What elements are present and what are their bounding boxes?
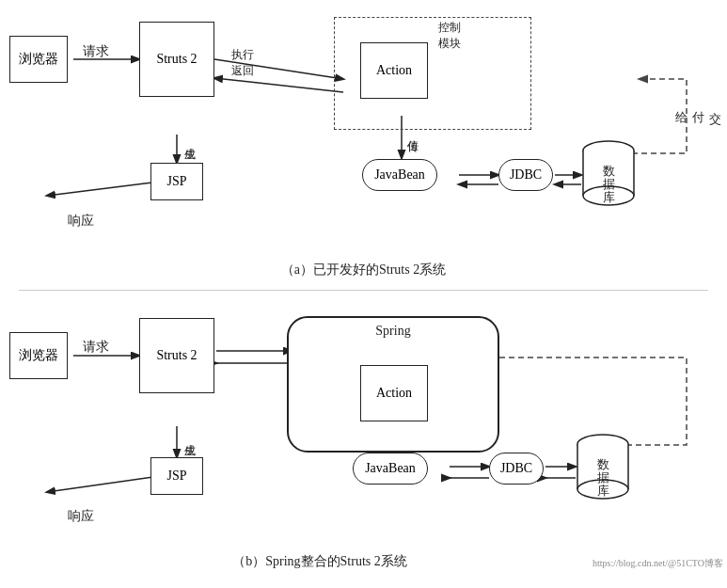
jsp-label-b: JSP [166,469,186,484]
jdbc-label-b: JDBC [500,461,532,476]
browser-box-a: 浏览器 [9,36,68,83]
svg-text:据: 据 [603,177,615,191]
caption-a: （a）已开发好的Struts 2系统 [0,262,727,278]
action-label-a: Action [376,63,412,78]
spring-box-b: Spring Action [287,316,499,453]
caption-b: （b）Spring整合的Struts 2系统 [0,553,640,570]
database-svg-a: 数 据 库 [581,139,636,207]
svg-line-4 [47,182,160,196]
request-label-a: 请求 [83,43,109,60]
svg-text:数: 数 [597,457,609,471]
jdbc-oval-a: JDBC [498,159,553,191]
jsp-box-a: JSP [150,163,203,200]
control-block-label-a: 控制模块 [438,20,461,52]
struts-label-a: Struts 2 [156,52,197,67]
struts-box-b: Struts 2 [139,318,214,393]
browser-box-b: 浏览器 [9,332,68,379]
svg-line-22 [47,476,160,492]
diagram-b: 浏览器 请求 Struts 2 JSP 生成 响应 Spring Action … [0,299,727,572]
svg-line-2 [214,78,343,92]
spring-label-b: Spring [289,324,498,339]
jdbc-oval-b: JDBC [489,453,544,485]
execute-return-label-a: 执行返回 [224,47,261,79]
javabean-oval-b: JavaBean [353,453,428,485]
browser-label-b: 浏览器 [19,347,58,364]
action-label-b: Action [376,386,412,401]
request-label-b: 请求 [83,339,109,356]
javabean-label-b: JavaBean [365,461,416,476]
struts-label-b: Struts 2 [156,348,197,363]
jsp-box-b: JSP [150,457,203,495]
svg-text:数: 数 [603,164,615,178]
struts-box-a: Struts 2 [139,22,214,97]
jdbc-label-a: JDBC [510,167,542,183]
diagram-container: 浏览器 请求 Struts 2 执行返回 JSP 生成 响应 控制模块 Acti… [0,0,727,588]
response-label-a: 响应 [68,213,94,230]
action-box-b: Action [360,365,428,421]
javabean-oval-a: JavaBean [362,159,437,191]
jsp-label-a: JSP [166,174,186,189]
javabean-label-a: JavaBean [374,167,425,183]
diagram-a: 浏览器 请求 Struts 2 执行返回 JSP 生成 响应 控制模块 Acti… [0,8,727,280]
browser-label-a: 浏览器 [19,51,58,68]
svg-text:库: 库 [597,484,609,498]
watermark: https://blog.cdn.net/@51CTO博客 [593,557,723,570]
svg-text:据: 据 [597,470,609,485]
response-label-b: 响应 [68,508,94,525]
action-box-a: Action [360,42,428,99]
svg-text:库: 库 [603,190,615,204]
divider [19,290,708,291]
database-svg-b: 数 据 库 [576,433,630,501]
